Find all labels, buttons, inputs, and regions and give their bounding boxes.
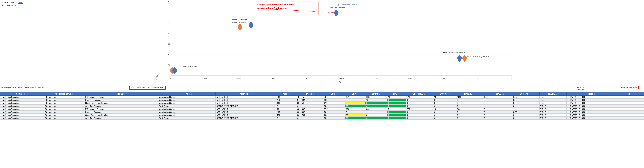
table-cell xyxy=(617,105,644,108)
chart-panel: CPM 0 20 4 xyxy=(46,0,644,85)
table-cell: 773 xyxy=(406,108,432,111)
th-timeto[interactable]: TimeTo ▼ xyxy=(296,92,323,96)
sort-timeto[interactable]: ▼ xyxy=(313,93,314,95)
table-cell: Application Server xyxy=(158,102,216,105)
table-cell: 0 xyxy=(432,117,456,120)
table-cell: 729 xyxy=(323,105,345,108)
table-cell: APP_AGENT xyxy=(216,99,276,102)
ytick-140: 140 xyxy=(167,0,170,3)
table-cell: TRUE xyxy=(539,117,566,120)
table-cell: 5 xyxy=(387,108,406,111)
table-cell: http://demo1.appdynam xyxy=(0,99,44,102)
sort-epm[interactable]: ▼ xyxy=(398,93,400,95)
label-order2: Order-Processing-Services xyxy=(468,56,490,58)
table-cell xyxy=(617,96,644,99)
sort-excpm[interactable]: ▼ xyxy=(448,93,449,95)
sort-httpepm[interactable]: ▼ xyxy=(503,93,504,95)
xtick-1000: 1000 xyxy=(339,77,344,79)
table-cell: 94 xyxy=(345,111,365,114)
table-cell: 470 xyxy=(276,99,296,102)
table-header-row: Controller ▼ ApplicationName ▼ TierName … xyxy=(0,92,644,96)
table-cell: ECommerce xyxy=(44,108,84,111)
th-cpm[interactable]: CPM ▼ xyxy=(345,92,365,96)
th-epm[interactable]: EPM ▼ xyxy=(387,92,406,96)
table-cell: Application Server xyxy=(158,111,216,114)
th-errorspct[interactable]: ErrorsPe... ▼ xyxy=(512,92,540,96)
point-demo2-order xyxy=(462,55,467,62)
table-row: http://demo2.appdynamECommerceOrder-Proc… xyxy=(0,114,644,117)
xtick-200: 200 xyxy=(203,77,206,79)
toc-link-1[interactable]: <Go> xyxy=(18,1,23,3)
table-cell: ECommerce xyxy=(44,96,84,99)
table-cell: 784 xyxy=(276,108,296,111)
sort-exceptions[interactable]: ▼ xyxy=(424,93,425,95)
table-cell: 0 xyxy=(432,111,456,114)
table-cell: 0 xyxy=(387,99,406,102)
scatter-chart: CPM 0 20 4 xyxy=(50,2,640,83)
th-to[interactable]: To ▼ xyxy=(617,92,644,96)
sort-art[interactable]: ▼ xyxy=(288,93,290,95)
table-cell: 0 xyxy=(365,117,387,120)
table-cell: 121 xyxy=(345,96,365,99)
sort-httperr[interactable]: ▼ xyxy=(474,93,475,95)
ytick-60: 60 xyxy=(168,43,170,45)
table-cell: 5901 xyxy=(323,99,345,102)
table-cell xyxy=(617,114,644,117)
th-httperr[interactable]: HttpErr... ▼ xyxy=(456,92,483,96)
table-cell: 0 xyxy=(406,99,432,102)
table-cell: 0 xyxy=(456,111,483,114)
th-agenttype[interactable]: AgentType ▼ xyxy=(216,92,276,96)
table-cell: 1724 xyxy=(276,114,296,117)
table-cell: http://demo1.appdynam xyxy=(0,102,44,105)
table-cell: Order-Processing-Service xyxy=(84,114,158,117)
sort-controller[interactable]: ▼ xyxy=(26,93,28,95)
toc-row-2: See Pivot <Go> xyxy=(2,4,44,6)
table-cell: 0.22 xyxy=(512,99,540,102)
th-httpepm[interactable]: HTTPEPM... ▼ xyxy=(483,92,512,96)
ytick-100: 100 xyxy=(167,22,170,24)
table-cell: http://demo1.appdynam xyxy=(0,96,44,99)
sort-agenttype[interactable]: ▼ xyxy=(250,93,252,95)
th-tiertype[interactable]: TierType ▼ xyxy=(158,92,216,96)
table-cell: ECommerce xyxy=(44,111,84,114)
table-cell: 8.37 xyxy=(512,96,540,99)
th-controller[interactable]: Controller ▼ xyxy=(0,92,44,96)
th-calls[interactable]: Calls ▼ xyxy=(323,92,345,96)
sort-appname[interactable]: ▼ xyxy=(72,93,73,95)
label-inventory-services2: Inventory-Services xyxy=(232,21,247,23)
top-section: Table of Contents <Go> See Pivot <Go> CP… xyxy=(0,0,644,85)
sort-tiername[interactable]: ▼ xyxy=(126,93,127,95)
th-errors[interactable]: Errors ▼ xyxy=(365,92,387,96)
table-cell: TRUE xyxy=(539,105,566,108)
table-cell: 0 xyxy=(406,117,432,120)
filter-activity-label: Filter onactivity xyxy=(576,86,585,91)
th-appname[interactable]: ApplicationName ▼ xyxy=(44,92,84,96)
label-ecommerce-services-top: ECommerce-Services xyxy=(327,7,345,9)
sort-errorspct[interactable]: ▼ xyxy=(530,93,532,95)
th-art[interactable]: ART ▼ xyxy=(276,92,296,96)
table-row: http://demo1.appdynamECommerceECommerce-… xyxy=(0,96,644,99)
table-cell: 366 xyxy=(456,108,483,111)
table-cell: Inventory-Services xyxy=(84,111,158,114)
th-exceptions[interactable]: Exceptio... ▼ xyxy=(406,92,432,96)
table-cell: TRUE xyxy=(539,111,566,114)
th-hasactivity[interactable]: HasActiv... ▼ xyxy=(539,92,566,96)
table-cell: 129 xyxy=(345,108,365,111)
sort-calls[interactable]: ▼ xyxy=(336,93,338,95)
sort-errors[interactable]: ▼ xyxy=(379,93,380,95)
th-excpm[interactable]: EXCPM ▼ xyxy=(432,92,456,96)
table-cell: 29 xyxy=(432,96,456,99)
sort-from[interactable]: ▼ xyxy=(594,93,596,95)
th-from[interactable]: From ▼ xyxy=(566,92,617,96)
table-cell: 12 xyxy=(345,117,365,120)
sort-cpm[interactable]: ▼ xyxy=(357,93,359,95)
sort-tiertype[interactable]: ▼ xyxy=(190,93,192,95)
sort-hasactivity[interactable]: ▼ xyxy=(558,93,559,95)
table-cell: 0 xyxy=(406,105,432,108)
th-tiername[interactable]: TierName ▼ xyxy=(84,92,158,96)
table-cell: 608 xyxy=(365,96,387,99)
table-cell: TRUE xyxy=(539,102,566,105)
toc-link-2[interactable]: <Go> xyxy=(11,4,16,6)
table-row: http://demo2.appdynamECommerceECommerce-… xyxy=(0,108,644,111)
sort-to[interactable]: ▼ xyxy=(631,93,633,95)
